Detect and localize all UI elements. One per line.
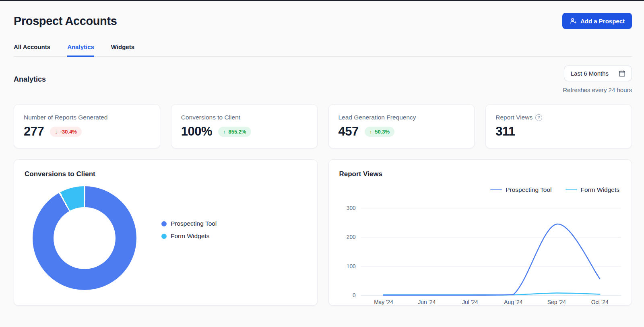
- tab-bar: All Accounts Analytics Widgets: [14, 43, 632, 57]
- date-range-selector[interactable]: Last 6 Months: [564, 66, 632, 81]
- svg-text:200: 200: [346, 234, 355, 240]
- trend-up-icon: ↑: [369, 129, 372, 135]
- legend-label: Form Widgets: [581, 186, 619, 193]
- tab-all-accounts[interactable]: All Accounts: [14, 43, 50, 57]
- refresh-note: Refreshes every 24 hours: [563, 86, 632, 93]
- page-title: Prospect Accounts: [14, 14, 117, 28]
- svg-text:300: 300: [346, 205, 355, 211]
- line-chart-legend: Prospecting Tool Form Widgets: [339, 186, 621, 193]
- svg-text:0: 0: [353, 292, 356, 298]
- stat-label: Conversions to Client: [181, 114, 308, 121]
- stat-value: 457: [339, 124, 359, 139]
- stat-value: 311: [495, 124, 515, 139]
- legend-dot-form-widgets: [161, 234, 167, 239]
- legend-line-form-widgets: [566, 189, 577, 191]
- legend-dot-prospecting-tool: [161, 221, 167, 226]
- svg-text:Oct '24: Oct '24: [591, 299, 608, 305]
- person-plus-icon: [570, 17, 577, 25]
- trend-badge: ↑ 50.3%: [365, 127, 394, 137]
- donut-chart: [33, 186, 136, 290]
- add-prospect-button[interactable]: Add a Prospect: [562, 13, 632, 29]
- line-chart-title: Report Views: [339, 170, 621, 178]
- stat-value: 100%: [181, 124, 212, 139]
- page-header: Prospect Accounts Add a Prospect: [14, 13, 632, 29]
- legend-label: Form Widgets: [171, 232, 209, 240]
- calendar-icon: [618, 70, 626, 77]
- trend-up-icon: ↑: [223, 129, 226, 135]
- svg-text:Sep '24: Sep '24: [547, 299, 566, 305]
- line-chart-card: Report Views Prospecting Tool Form Widge…: [328, 159, 632, 306]
- svg-text:Jun '24: Jun '24: [418, 299, 436, 305]
- donut-chart-card: Conversions to Client Prospecting Tool F…: [14, 159, 318, 306]
- stat-card-conversions: Conversions to Client 100% ↑ 855.2%: [171, 104, 318, 148]
- stat-card-reports-generated: Number of Reports Generated 277 ↓ -30.4%: [14, 104, 160, 148]
- trend-delta: 855.2%: [229, 129, 246, 135]
- tab-widgets[interactable]: Widgets: [111, 43, 134, 57]
- stat-label: Report Views: [495, 114, 533, 121]
- legend-label: Prospecting Tool: [171, 220, 217, 227]
- window-top-edge: [0, 0, 644, 1]
- stat-label: Lead Generation Frequency: [339, 114, 465, 121]
- stat-value: 277: [24, 124, 44, 139]
- legend-item-prospecting-tool: Prospecting Tool: [490, 186, 551, 193]
- trend-delta: 50.3%: [375, 129, 390, 135]
- donut-chart-title: Conversions to Client: [25, 170, 307, 178]
- stat-card-lead-generation: Lead Generation Frequency 457 ↑ 50.3%: [328, 104, 475, 148]
- donut-chart-area: Prospecting Tool Form Widgets: [25, 178, 307, 290]
- stat-label: Number of Reports Generated: [24, 114, 150, 121]
- svg-text:Jul '24: Jul '24: [462, 299, 478, 305]
- donut-legend: Prospecting Tool Form Widgets: [161, 220, 217, 240]
- trend-down-icon: ↓: [55, 129, 58, 135]
- svg-text:May '24: May '24: [374, 299, 393, 305]
- legend-line-prospecting-tool: [490, 189, 502, 191]
- stat-card-report-views: Report Views ? 311: [485, 104, 632, 148]
- legend-label: Prospecting Tool: [506, 186, 551, 193]
- svg-text:Aug '24: Aug '24: [504, 299, 523, 305]
- date-range-area: Last 6 Months Refreshes every 24 hours: [563, 66, 632, 93]
- tab-analytics[interactable]: Analytics: [67, 43, 94, 57]
- add-prospect-label: Add a Prospect: [580, 18, 625, 25]
- svg-text:100: 100: [346, 263, 355, 269]
- analytics-section-header: Analytics Last 6 Months Refreshes every …: [14, 66, 632, 93]
- stat-cards-row: Number of Reports Generated 277 ↓ -30.4%…: [14, 104, 632, 148]
- analytics-heading: Analytics: [14, 75, 46, 84]
- legend-item-form-widgets: Form Widgets: [161, 232, 217, 240]
- trend-badge: ↓ -30.4%: [50, 127, 82, 137]
- prospect-accounts-page: Prospect Accounts Add a Prospect All Acc…: [0, 13, 644, 322]
- legend-item-form-widgets: Form Widgets: [566, 186, 619, 193]
- line-chart: 0100200300May '24Jun '24Jul '24Aug '24Se…: [339, 196, 621, 306]
- trend-delta: -30.4%: [60, 129, 77, 135]
- help-icon[interactable]: ?: [535, 114, 542, 121]
- date-range-value: Last 6 Months: [571, 70, 609, 77]
- trend-badge: ↑ 855.2%: [218, 127, 251, 137]
- charts-row: Conversions to Client Prospecting Tool F…: [14, 159, 632, 306]
- legend-item-prospecting-tool: Prospecting Tool: [161, 220, 217, 227]
